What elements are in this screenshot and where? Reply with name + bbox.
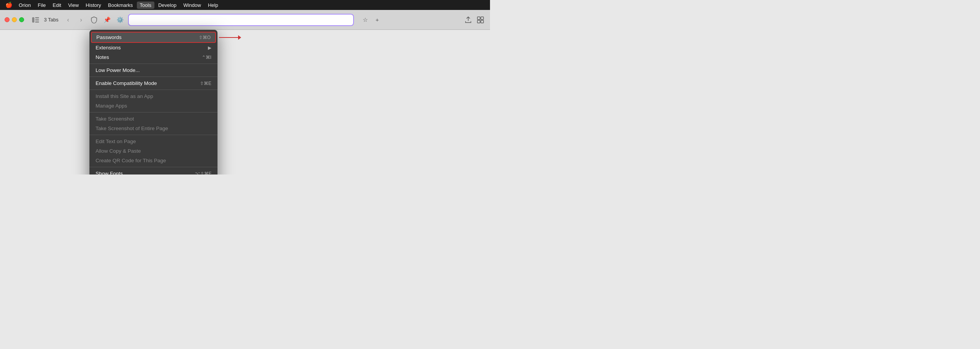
install-app-label: Install this Site as an App — [96, 93, 153, 99]
screenshot-page-label: Take Screenshot of Entire Page — [96, 126, 168, 131]
maximize-button[interactable] — [19, 17, 24, 22]
back-button[interactable]: ‹ — [63, 16, 73, 24]
grid-icon[interactable] — [475, 15, 485, 25]
separator-5 — [89, 135, 217, 135]
menu-item-screenshot[interactable]: Take Screenshot — [89, 114, 217, 124]
share-icon[interactable] — [463, 15, 473, 25]
svg-rect-7 — [481, 20, 484, 23]
passwords-label: Passwords — [96, 34, 122, 40]
compat-mode-label: Enable Compatibility Mode — [96, 80, 157, 86]
svg-rect-1 — [35, 17, 39, 18]
show-fonts-shortcut: ⌥⇧⌘F — [195, 171, 211, 175]
close-button[interactable] — [5, 17, 10, 22]
settings-icon[interactable]: ⚙️ — [115, 15, 125, 25]
menubar: 🍎 Orion File Edit View History Bookmarks… — [0, 0, 490, 10]
compat-mode-shortcut: ⇧⌘E — [200, 81, 211, 86]
bookmark-icon[interactable]: ☆ — [360, 15, 370, 25]
new-tab-icon[interactable]: + — [372, 15, 382, 25]
separator-3 — [89, 90, 217, 90]
traffic-lights — [5, 17, 24, 22]
manage-apps-label: Manage Apps — [96, 103, 127, 109]
menu-item-edit-text[interactable]: Edit Text on Page — [89, 137, 217, 146]
menubar-develop[interactable]: Develop — [155, 2, 180, 9]
passwords-shortcut: ⇧⌘O — [199, 35, 211, 40]
menubar-window[interactable]: Window — [180, 2, 204, 9]
forward-button[interactable]: › — [76, 16, 86, 24]
sidebar-toggle[interactable] — [30, 16, 41, 24]
notes-label: Notes — [96, 54, 109, 60]
toolbar: 3 Tabs ‹ › 📌 ⚙️ ☆ + — [0, 10, 490, 30]
shield-icon[interactable] — [89, 15, 99, 25]
extensions-label: Extensions — [96, 45, 121, 51]
menu-item-screenshot-page[interactable]: Take Screenshot of Entire Page — [89, 124, 217, 133]
menu-item-manage-apps[interactable]: Manage Apps — [89, 101, 217, 111]
svg-rect-5 — [481, 17, 484, 20]
menu-item-qr-code[interactable]: Create QR Code for This Page — [89, 156, 217, 165]
menu-item-install-app[interactable]: Install this Site as an App — [89, 91, 217, 101]
menubar-orion[interactable]: Orion — [16, 2, 34, 9]
qr-code-label: Create QR Code for This Page — [96, 158, 166, 163]
notes-shortcut: ⌃⌘I — [202, 55, 211, 60]
svg-rect-3 — [35, 21, 39, 23]
svg-rect-6 — [477, 20, 480, 23]
menu-item-notes[interactable]: Notes ⌃⌘I — [89, 52, 217, 62]
svg-rect-2 — [35, 19, 39, 20]
toolbar-right: ☆ + — [360, 15, 485, 25]
pin-icon[interactable]: 📌 — [102, 15, 112, 25]
menubar-history[interactable]: History — [83, 2, 104, 9]
minimize-button[interactable] — [12, 17, 17, 22]
menu-item-extensions[interactable]: Extensions ▶ — [89, 43, 217, 52]
menubar-view[interactable]: View — [65, 2, 82, 9]
address-bar[interactable] — [128, 14, 354, 26]
separator-2 — [89, 77, 217, 77]
screenshot-label: Take Screenshot — [96, 116, 134, 122]
menu-item-low-power[interactable]: Low Power Mode... — [89, 65, 217, 75]
menubar-tools[interactable]: Tools — [137, 2, 154, 9]
menubar-edit[interactable]: Edit — [50, 2, 64, 9]
menu-item-show-fonts[interactable]: Show Fonts ⌥⇧⌘F — [89, 169, 217, 174]
apple-menu[interactable]: 🍎 — [3, 1, 15, 9]
menu-item-compat-mode[interactable]: Enable Compatibility Mode ⇧⌘E — [89, 78, 217, 88]
allow-copy-label: Allow Copy & Paste — [96, 148, 141, 154]
main-content: Passwords ⇧⌘O Extensions ▶ Notes ⌃⌘I Low… — [0, 30, 490, 174]
tools-menu: Passwords ⇧⌘O Extensions ▶ Notes ⌃⌘I Low… — [89, 30, 217, 174]
svg-rect-4 — [477, 17, 480, 20]
menubar-bookmarks[interactable]: Bookmarks — [105, 2, 136, 9]
menu-item-allow-copy[interactable]: Allow Copy & Paste — [89, 146, 217, 156]
menubar-file[interactable]: File — [35, 2, 49, 9]
separator-4 — [89, 112, 217, 113]
svg-rect-0 — [32, 17, 34, 23]
tabs-count: 3 Tabs — [44, 17, 58, 23]
separator-6 — [89, 167, 217, 167]
menu-item-passwords[interactable]: Passwords ⇧⌘O — [91, 32, 216, 43]
menubar-help[interactable]: Help — [205, 2, 221, 9]
edit-text-label: Edit Text on Page — [96, 139, 136, 144]
separator-1 — [89, 64, 217, 64]
extensions-arrow: ▶ — [208, 45, 211, 51]
low-power-label: Low Power Mode... — [96, 67, 140, 73]
show-fonts-label: Show Fonts — [96, 171, 123, 174]
